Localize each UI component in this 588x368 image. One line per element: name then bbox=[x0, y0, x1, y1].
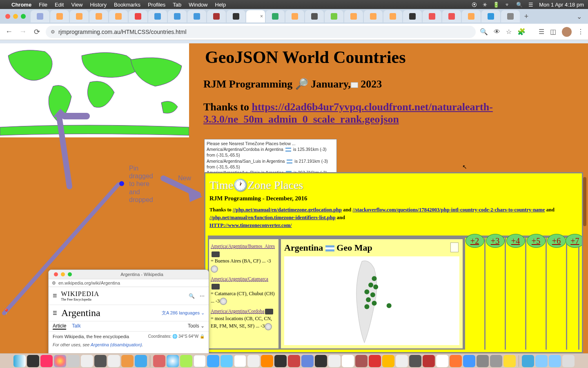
battery-icon[interactable]: 🔋 bbox=[493, 2, 499, 8]
dock-folder[interactable] bbox=[549, 355, 561, 367]
wiki-language-button[interactable]: 文A 286 languages ⌄ bbox=[162, 310, 205, 316]
tab-21[interactable] bbox=[423, 10, 441, 22]
dock-app[interactable] bbox=[396, 355, 408, 367]
wiki-tab-article[interactable]: Article bbox=[53, 323, 66, 330]
tab-16[interactable] bbox=[325, 10, 343, 22]
dock-finder[interactable] bbox=[13, 355, 26, 367]
offset-badge[interactable]: +5 bbox=[527, 234, 546, 248]
dock-app[interactable] bbox=[328, 355, 341, 367]
tab-13[interactable] bbox=[266, 10, 285, 22]
offset-col[interactable]: +6 bbox=[547, 238, 567, 350]
tab-10[interactable] bbox=[207, 10, 226, 22]
offset-col[interactable]: +7 bbox=[567, 238, 579, 350]
tab-4[interactable] bbox=[89, 10, 108, 22]
notepad-icon[interactable] bbox=[450, 242, 459, 252]
dock-downloads[interactable] bbox=[522, 355, 534, 367]
tab-25[interactable] bbox=[501, 10, 520, 22]
scrollbar-thumb[interactable] bbox=[583, 177, 586, 226]
offset-badge[interactable]: +6 bbox=[547, 234, 566, 248]
zoom-window[interactable] bbox=[21, 14, 26, 19]
wiki-titlebar[interactable]: Argentina - Wikipedia bbox=[49, 270, 209, 279]
site-info-icon[interactable]: ⚙ bbox=[51, 29, 55, 35]
offset-col[interactable]: +2 bbox=[465, 238, 486, 350]
dock-app[interactable] bbox=[135, 355, 147, 367]
sidepanel-icon[interactable]: ◫ bbox=[550, 28, 556, 36]
dock-app[interactable] bbox=[342, 355, 354, 367]
dock-app[interactable] bbox=[423, 355, 435, 367]
dock-app[interactable] bbox=[369, 355, 381, 367]
screenrecord-icon[interactable]: ⦿ bbox=[472, 2, 477, 8]
tz-link[interactable]: America/Argentina/Cordoba bbox=[211, 309, 264, 314]
world-map[interactable] bbox=[0, 43, 189, 137]
argentina-map[interactable] bbox=[284, 256, 459, 345]
tab-17[interactable] bbox=[344, 10, 363, 22]
timezone-list[interactable]: America/Argentina/Buenos_Aires = Buenos … bbox=[208, 238, 280, 350]
bookmark-star-icon[interactable]: ☆ bbox=[506, 28, 512, 36]
dock-folder[interactable] bbox=[535, 355, 548, 367]
tab-14[interactable] bbox=[285, 10, 304, 22]
tab-2[interactable] bbox=[50, 10, 69, 22]
spotlight-icon[interactable]: 🔍 bbox=[516, 2, 523, 8]
thanks-link-2[interactable]: //stackoverflow.com/questions/17842003/p… bbox=[352, 207, 545, 213]
tab-23[interactable] bbox=[462, 10, 481, 22]
site-info-icon[interactable]: ⚙ bbox=[52, 280, 56, 286]
tab-8[interactable] bbox=[168, 10, 187, 22]
tab-3[interactable] bbox=[70, 10, 89, 22]
dock-launchpad[interactable] bbox=[153, 355, 165, 367]
dock-app[interactable] bbox=[274, 355, 287, 367]
tab-15[interactable] bbox=[305, 10, 324, 22]
close-window[interactable] bbox=[5, 14, 10, 19]
dock-app[interactable] bbox=[67, 355, 80, 367]
offset-badge[interactable]: +4 bbox=[506, 234, 525, 248]
tab-overflow-button[interactable]: ⌄ bbox=[573, 13, 585, 20]
dock-app[interactable] bbox=[247, 355, 260, 367]
reading-list-icon[interactable]: ☰ bbox=[539, 28, 544, 36]
offset-col[interactable]: +5 bbox=[526, 238, 547, 350]
menu-history[interactable]: History bbox=[90, 2, 106, 8]
close-tab-icon[interactable]: × bbox=[260, 13, 263, 19]
offset-badge[interactable]: +7 bbox=[566, 234, 583, 248]
menu-tab[interactable]: Tab bbox=[173, 2, 181, 8]
offset-badge[interactable]: +2 bbox=[466, 234, 484, 248]
address-bar[interactable]: ⚙ rjmprogramming.com.au/HTMLCSS/countrie… bbox=[46, 26, 476, 38]
extensions-icon[interactable]: 🧩 bbox=[517, 28, 526, 36]
thanks-link-4[interactable]: HTTP://www.timezoneconverter.com/ bbox=[209, 222, 292, 228]
dock-safari[interactable] bbox=[167, 355, 179, 367]
dock-app[interactable] bbox=[194, 355, 206, 367]
tab-5[interactable] bbox=[109, 10, 128, 22]
dock-settings[interactable] bbox=[490, 355, 502, 367]
tab-22[interactable] bbox=[442, 10, 461, 22]
wiki-dab-link[interactable]: Argentina (disambiguation) bbox=[91, 342, 142, 347]
page-scrollbar[interactable] bbox=[583, 172, 586, 353]
zoom-icon[interactable]: 🔍 bbox=[480, 28, 488, 36]
minimize-window[interactable] bbox=[13, 14, 18, 19]
wiki-close[interactable] bbox=[54, 272, 58, 276]
menu-window[interactable]: Window bbox=[189, 2, 207, 8]
dock-app[interactable] bbox=[477, 355, 489, 367]
wiki-more-icon[interactable]: ⋯ bbox=[200, 293, 205, 299]
dock-activity[interactable] bbox=[27, 355, 39, 367]
dock-app[interactable] bbox=[315, 355, 327, 367]
wiki-zoom[interactable] bbox=[68, 272, 72, 276]
dock-app[interactable] bbox=[503, 355, 516, 367]
tab-19[interactable] bbox=[383, 10, 402, 22]
tab-active[interactable]: × bbox=[246, 10, 265, 22]
tab-18[interactable] bbox=[364, 10, 383, 22]
control-center-icon[interactable]: ☰ bbox=[528, 2, 533, 8]
dock-app[interactable] bbox=[288, 355, 300, 367]
wifi-icon[interactable]: ᯤ bbox=[505, 2, 510, 8]
menu-view[interactable]: View bbox=[71, 2, 82, 8]
wikipedia-logo[interactable]: WIKIPEDIAThe Free Encyclopedia bbox=[61, 290, 99, 301]
wiki-url-bar[interactable]: ⚙ en.wikipedia.org/wiki/Argentina bbox=[49, 279, 209, 287]
forward-button[interactable]: → bbox=[18, 27, 28, 37]
thanks-link-3[interactable]: //php.net/manual/en/function.timezone-id… bbox=[209, 215, 336, 220]
wiki-toc-icon[interactable]: ☰ bbox=[53, 310, 57, 316]
wiki-min[interactable] bbox=[61, 272, 65, 276]
dock-app[interactable] bbox=[121, 355, 134, 367]
wiki-menu-icon[interactable]: ≡ bbox=[53, 292, 57, 300]
thanks-link-1[interactable]: //php.net/manual/en/datetimezone.getloca… bbox=[233, 207, 342, 213]
menu-profiles[interactable]: Profiles bbox=[148, 2, 165, 8]
tab-11[interactable] bbox=[227, 10, 245, 22]
wiki-tools-menu[interactable]: Tools ⌄ bbox=[188, 323, 205, 330]
dock-app[interactable] bbox=[355, 355, 368, 367]
